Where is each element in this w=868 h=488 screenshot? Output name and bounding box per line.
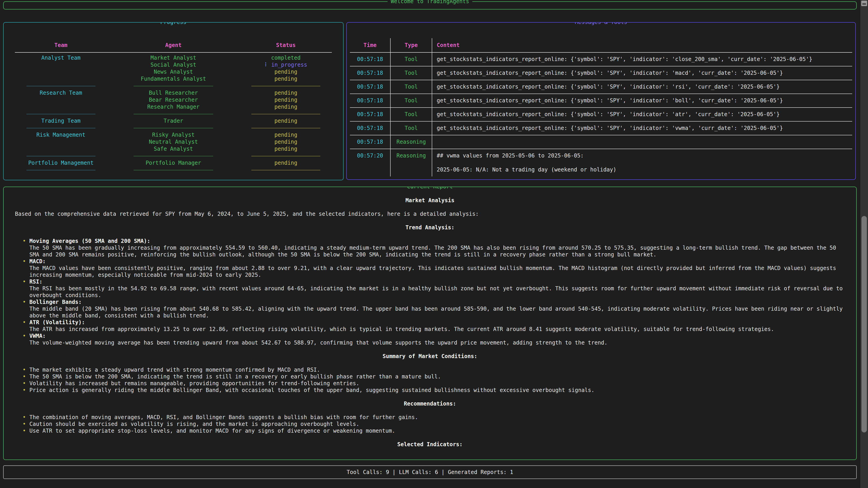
messages-panel: Messages & Tools Time Type Content 00:57… bbox=[346, 22, 856, 180]
report-bullet: VWMA:The volume-weighted moving average … bbox=[23, 332, 845, 346]
report-body: Market Analysis Based on the comprehensi… bbox=[4, 187, 856, 460]
bullet-label: MACD: bbox=[29, 258, 845, 265]
status-cell: pending bbox=[234, 118, 338, 125]
message-time: 00:57:18 bbox=[350, 135, 390, 149]
progress-row: Research Managerpending bbox=[8, 103, 338, 110]
status-cell: pending bbox=[234, 103, 338, 110]
message-time: 00:57:20 bbox=[350, 149, 390, 176]
welcome-title: Welcome to TradingAgents bbox=[388, 0, 472, 5]
message-content: get_stockstats_indicators_report_online:… bbox=[432, 122, 852, 135]
report-sections: Trend Analysis:Moving Averages (50 SMA a… bbox=[15, 224, 845, 448]
report-section-heading: Recommendations: bbox=[15, 400, 845, 407]
message-type: Reasoning bbox=[390, 149, 432, 176]
team-cell: Trading Team bbox=[8, 118, 113, 125]
agent-cell: Fundamentals Analyst bbox=[113, 75, 234, 83]
welcome-panel: Welcome to TradingAgents bbox=[3, 1, 857, 9]
status-cell: pending bbox=[234, 138, 338, 145]
progress-row: Fundamentals Analystpending bbox=[8, 75, 338, 83]
scrollbar-track[interactable] bbox=[860, 0, 868, 488]
progress-row: Portfolio ManagementPortfolio Managerpen… bbox=[8, 160, 338, 166]
agent-cell: Safe Analyst bbox=[113, 145, 234, 153]
messages-col-time: Time bbox=[350, 38, 390, 52]
bullet-label: Bollinger Bands: bbox=[29, 299, 845, 305]
status-cell: pending bbox=[234, 131, 338, 138]
status-label: pending bbox=[274, 118, 297, 124]
team-group-separator bbox=[8, 110, 338, 118]
bullet-text: The 50 SMA has been gradually increasing… bbox=[29, 245, 845, 258]
message-time: 00:57:18 bbox=[350, 94, 390, 107]
bullet-text: The market exhibits a steady upward tren… bbox=[29, 366, 845, 373]
menu-icon bbox=[862, 3, 866, 4]
message-content: get_stockstats_indicators_report_online:… bbox=[432, 80, 852, 94]
message-type: Tool bbox=[390, 94, 432, 107]
bullet-text: Caution should be exercised as volatilit… bbox=[29, 421, 845, 427]
agent-cell: Portfolio Manager bbox=[113, 160, 234, 166]
footer-stats-bar: Tool Calls: 9 | LLM Calls: 6 | Generated… bbox=[3, 465, 857, 479]
braille-spinner-icon: ⠇ bbox=[265, 62, 269, 68]
report-bullet: Caution should be exercised as volatilit… bbox=[23, 421, 845, 427]
report-bullet: The market exhibits a steady upward tren… bbox=[23, 366, 845, 373]
team-cell bbox=[8, 75, 113, 83]
message-type: Tool bbox=[390, 122, 432, 135]
status-label: pending bbox=[274, 90, 297, 96]
agent-cell: Neutral Analyst bbox=[113, 138, 234, 145]
progress-col-team: Team bbox=[8, 42, 113, 48]
message-row: 00:57:18Toolget_stockstats_indicators_re… bbox=[350, 66, 852, 80]
progress-row: Neutral Analystpending bbox=[8, 138, 338, 145]
message-content: get_stockstats_indicators_report_online:… bbox=[432, 66, 852, 80]
agent-cell: Social Analyst bbox=[113, 61, 234, 68]
message-time: 00:57:18 bbox=[350, 108, 390, 121]
status-label: pending bbox=[274, 76, 297, 82]
report-bullet-list: The market exhibits a steady upward tren… bbox=[15, 366, 845, 394]
current-report-title: Current Report bbox=[404, 187, 456, 190]
progress-row: News Analystpending bbox=[8, 68, 338, 75]
status-cell: pending bbox=[234, 145, 338, 153]
scrollbar-thumb[interactable] bbox=[862, 216, 867, 432]
message-time: 00:57:18 bbox=[350, 122, 390, 135]
bullet-text: The combination of moving averages, MACD… bbox=[29, 414, 845, 421]
report-bullet: RSI:The RSI has been mostly in the 54.92… bbox=[23, 278, 845, 299]
status-label: pending bbox=[274, 139, 297, 145]
team-cell bbox=[8, 61, 113, 68]
report-bullet: Use ATR to set appropriate stop-loss lev… bbox=[23, 427, 845, 434]
message-type: Tool bbox=[390, 108, 432, 121]
status-cell: completed bbox=[234, 55, 338, 61]
progress-row: Risk ManagementRisky Analystpending bbox=[8, 131, 338, 138]
status-label: pending bbox=[274, 97, 297, 103]
agent-cell: Research Manager bbox=[113, 103, 234, 110]
status-cell: pending bbox=[234, 96, 338, 103]
team-cell: Analyst Team bbox=[8, 55, 113, 61]
bullet-label: RSI: bbox=[29, 278, 845, 285]
message-type: Tool bbox=[390, 53, 432, 66]
message-row: 00:57:18Toolget_stockstats_indicators_re… bbox=[350, 80, 852, 94]
scrollbar-menu-button[interactable] bbox=[861, 1, 867, 6]
progress-row: Analyst TeamMarket Analystcompleted bbox=[8, 55, 338, 61]
team-cell bbox=[8, 138, 113, 145]
report-bullet: ATR (Volatility):The ATR has increased f… bbox=[23, 319, 845, 332]
team-group-separator bbox=[8, 125, 338, 131]
message-content: ## vwma values from 2025-05-06 to 2025-0… bbox=[432, 149, 852, 176]
progress-header-row: Team Agent Status bbox=[8, 38, 338, 52]
progress-row: Trading TeamTraderpending bbox=[8, 118, 338, 125]
progress-col-agent: Agent bbox=[113, 42, 234, 48]
message-row: 00:57:18Reasoning bbox=[350, 135, 852, 149]
message-row: 00:57:18Toolget_stockstats_indicators_re… bbox=[350, 108, 852, 122]
message-type: Tool bbox=[390, 66, 432, 80]
message-type: Reasoning bbox=[390, 135, 432, 149]
message-row: 00:57:20Reasoning## vwma values from 202… bbox=[350, 149, 852, 176]
agent-cell: Bull Researcher bbox=[113, 90, 234, 96]
bullet-text: The volume-weighted moving average has b… bbox=[29, 339, 845, 346]
messages-table: Time Type Content 00:57:18Toolget_stocks… bbox=[347, 23, 855, 176]
status-cell: pending bbox=[234, 160, 338, 166]
report-bullet: Volatility has increased but remains man… bbox=[23, 380, 845, 387]
message-row: 00:57:18Toolget_stockstats_indicators_re… bbox=[350, 94, 852, 108]
messages-col-content: Content bbox=[432, 38, 852, 52]
message-time: 00:57:18 bbox=[350, 66, 390, 80]
agent-cell: Trader bbox=[113, 118, 234, 125]
messages-table-body: 00:57:18Toolget_stockstats_indicators_re… bbox=[350, 53, 852, 176]
report-bullet: Moving Averages (50 SMA and 200 SMA):The… bbox=[23, 238, 845, 258]
team-cell: Research Team bbox=[8, 90, 113, 96]
progress-panel-title: Progress bbox=[157, 22, 190, 26]
team-cell bbox=[8, 145, 113, 153]
status-label: pending bbox=[274, 160, 297, 166]
